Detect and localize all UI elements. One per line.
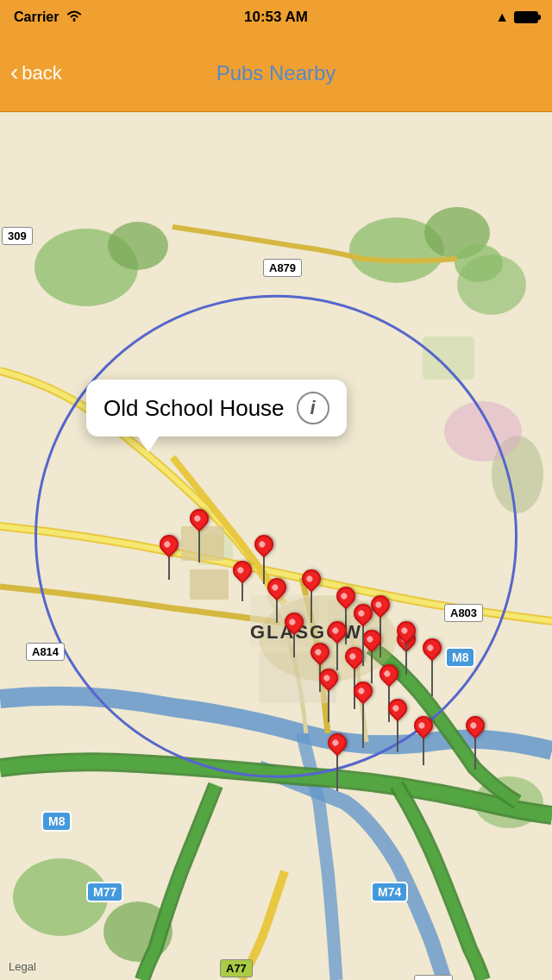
status-bar: Carrier 10:53 AM ▲ <box>0 0 552 35</box>
status-right: ▲ <box>495 9 538 25</box>
map-marker[interactable] <box>285 612 304 657</box>
pub-popup[interactable]: Old School House i <box>86 380 347 437</box>
road-label: B762 <box>414 975 453 980</box>
svg-rect-18 <box>190 569 229 600</box>
map-marker[interactable] <box>160 535 179 580</box>
map-marker[interactable] <box>388 699 407 752</box>
marker-pin-head <box>298 565 324 592</box>
marker-pin-head <box>349 677 376 704</box>
road-label: A77 <box>220 959 253 977</box>
road-label: A803 <box>444 604 483 622</box>
map-view[interactable]: GLASGOW Old School House i 309A879A803A8… <box>0 112 552 980</box>
marker-pin-head <box>410 712 436 738</box>
map-marker[interactable] <box>302 569 321 623</box>
map-marker[interactable] <box>267 578 286 623</box>
map-marker[interactable] <box>397 621 416 670</box>
info-button[interactable]: i <box>297 392 329 424</box>
marker-pin-head <box>323 617 350 644</box>
road-label: M8 <box>41 811 72 832</box>
map-marker[interactable] <box>423 638 442 696</box>
map-marker[interactable] <box>466 716 485 770</box>
back-label: back <box>22 62 61 85</box>
marker-pin-head <box>315 664 342 691</box>
marker-pin-head <box>263 574 290 600</box>
marker-stem <box>397 718 398 752</box>
marker-pin-head <box>323 729 350 756</box>
legal-link[interactable]: Legal <box>9 960 36 973</box>
marker-pin-head <box>229 556 255 583</box>
map-marker[interactable] <box>328 621 347 670</box>
map-background <box>0 112 552 980</box>
marker-pin-head <box>280 608 307 635</box>
map-marker[interactable] <box>414 716 433 765</box>
marker-pin-head <box>392 617 419 644</box>
marker-pin-head <box>384 694 411 721</box>
battery-icon <box>514 11 538 23</box>
road-label: 309 <box>2 227 33 245</box>
marker-pin-head <box>418 634 445 661</box>
marker-stem <box>362 700 364 748</box>
map-marker[interactable] <box>328 733 347 791</box>
marker-stem <box>198 528 200 562</box>
marker-stem <box>310 588 312 623</box>
road-label: M74 <box>371 882 408 902</box>
road-label: M77 <box>86 882 123 902</box>
marker-stem <box>328 688 329 722</box>
page-title: Pubs Nearby <box>216 61 336 85</box>
marker-stem <box>431 657 433 696</box>
road-label: A814 <box>26 643 65 661</box>
marker-stem <box>263 554 265 584</box>
marker-pin-head <box>461 712 488 738</box>
marker-stem <box>336 640 338 670</box>
svg-point-9 <box>457 254 526 315</box>
map-marker[interactable] <box>319 669 338 722</box>
back-button[interactable]: ‹ back <box>10 62 62 85</box>
map-marker[interactable] <box>254 535 273 584</box>
status-left: Carrier <box>14 9 83 25</box>
svg-point-2 <box>108 222 168 270</box>
marker-stem <box>362 623 364 666</box>
road-label: A879 <box>263 259 302 277</box>
marker-stem <box>405 640 407 670</box>
map-marker[interactable] <box>354 682 373 748</box>
svg-rect-6 <box>423 336 474 380</box>
wifi-icon <box>66 9 83 25</box>
nav-bar: ‹ back Pubs Nearby <box>0 35 552 112</box>
popup-pub-name: Old School House <box>104 395 285 422</box>
marker-pin-head <box>185 505 212 531</box>
status-time: 10:53 AM <box>244 9 308 26</box>
marker-pin-head <box>250 531 277 557</box>
svg-point-13 <box>444 401 522 462</box>
map-marker[interactable] <box>190 509 209 562</box>
road-label: M8 <box>445 647 475 668</box>
carrier-label: Carrier <box>14 9 59 25</box>
marker-stem <box>336 752 338 791</box>
marker-pin-head <box>155 531 182 557</box>
map-marker[interactable] <box>233 561 252 601</box>
marker-pin-head <box>349 600 376 626</box>
back-chevron-icon: ‹ <box>10 60 18 85</box>
location-icon: ▲ <box>495 9 509 25</box>
map-marker[interactable] <box>354 604 373 666</box>
marker-stem <box>474 735 476 770</box>
marker-pin-head <box>306 638 333 665</box>
marker-stem <box>423 735 424 765</box>
